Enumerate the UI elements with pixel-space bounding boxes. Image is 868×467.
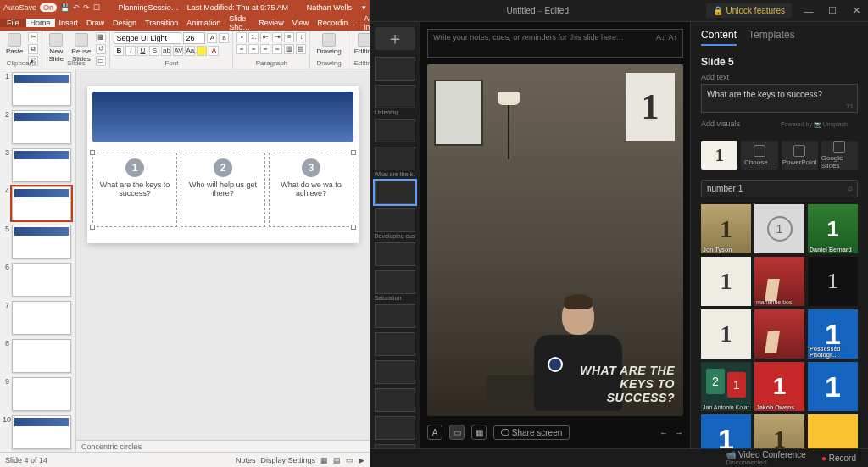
card-2-text[interactable]: Who will help us get there?	[186, 181, 259, 197]
selection-handle[interactable]	[351, 225, 356, 230]
maximize-icon[interactable]: ☐	[821, 5, 844, 16]
drawing-button[interactable]: Drawing	[314, 32, 343, 56]
card-1[interactable]: 1 What are the keys to success?	[92, 153, 177, 227]
tab-file[interactable]: File	[0, 19, 26, 27]
dk-thumb-6[interactable]: Developing custo…	[375, 208, 415, 239]
visual-preview-1[interactable]: 1	[701, 141, 737, 170]
result-tile-9[interactable]: 1Possessed Photogr…	[808, 309, 858, 359]
slide-editor[interactable]: 1 What are the keys to success? 2 Who wi…	[87, 86, 359, 243]
dk-thumb-1[interactable]	[375, 57, 415, 81]
tab-home[interactable]: Home	[26, 19, 55, 27]
layout-icon[interactable]: ▦	[96, 32, 106, 42]
tab-transition[interactable]: Transition	[141, 19, 182, 27]
add-slide-button[interactable]: ＋	[375, 27, 415, 50]
tab-design[interactable]: Design	[108, 19, 141, 27]
spacing-icon[interactable]: AV	[173, 46, 183, 56]
ribbon-opts-icon[interactable]: ▾	[362, 3, 366, 12]
pp-thumb-2[interactable]: 2	[3, 110, 73, 144]
font-name-select[interactable]	[114, 32, 181, 44]
pp-thumb-8[interactable]: 8	[3, 339, 73, 373]
columns-icon[interactable]: ▥	[284, 44, 294, 54]
dk-slide-rail[interactable]: ＋ ListeningWhat are the k…Developing cus…	[370, 22, 420, 448]
underline-icon[interactable]: U	[137, 46, 147, 56]
pp-thumb-1[interactable]: 1	[3, 72, 73, 106]
font-inc-icon[interactable]: A↑	[668, 33, 677, 42]
view-normal-icon[interactable]: ▦	[320, 456, 328, 464]
next-slide-icon[interactable]: →	[675, 428, 683, 437]
minimize-icon[interactable]: —	[797, 6, 821, 16]
search-icon[interactable]: ⌕	[848, 183, 853, 192]
align-center-icon[interactable]: ≡	[248, 44, 259, 54]
result-tile-14[interactable]: 1Marcel Eberle	[754, 414, 804, 448]
result-tile-8[interactable]	[754, 309, 804, 359]
bold-icon[interactable]: B	[114, 46, 124, 56]
undo-icon[interactable]: ↶	[73, 3, 80, 12]
result-tile-12[interactable]: 1	[808, 362, 858, 411]
pp-thumb-9[interactable]: 9	[3, 377, 73, 411]
close-icon[interactable]: ✕	[844, 5, 868, 16]
dk-thumb-8[interactable]: Saturation	[375, 270, 415, 301]
tab-review[interactable]: Review	[254, 19, 288, 27]
align-right-icon[interactable]: ≡	[260, 44, 270, 54]
case-icon[interactable]: Aa	[185, 46, 195, 56]
italic-icon[interactable]: I	[125, 46, 136, 56]
result-tile-11[interactable]: 1Jakob Owens	[754, 362, 804, 411]
video-conference-button[interactable]: 📹 Video Conference Disconnected	[726, 451, 806, 466]
search-input[interactable]	[701, 180, 858, 197]
font-size-select[interactable]	[183, 32, 205, 44]
smartart-icon[interactable]: ▤	[296, 44, 306, 54]
dk-thumb-9[interactable]	[375, 304, 415, 329]
slide-text-input[interactable]: What are the keys to success? 71	[701, 84, 858, 113]
speaker-notes-input[interactable]: Write your notes, cues, or reminders for…	[427, 29, 683, 58]
user-label[interactable]: Nathan Wells	[307, 3, 352, 12]
justify-icon[interactable]: ≡	[272, 44, 282, 54]
copy-icon[interactable]: ⧉	[28, 44, 38, 54]
result-tile-3[interactable]: 1Daniel Bernard	[808, 204, 858, 253]
choose-image-button[interactable]: Choose…	[741, 141, 777, 170]
display-settings[interactable]: Display Settings	[260, 456, 315, 464]
result-tile-2[interactable]: 1	[754, 204, 804, 253]
tab-insert[interactable]: Insert	[55, 19, 83, 27]
tab-animation[interactable]: Animation	[182, 19, 225, 27]
card-1-text[interactable]: What are the keys to success?	[98, 181, 171, 197]
notes-divider[interactable]: Concentric circles	[76, 440, 370, 452]
shadow-icon[interactable]: ab	[161, 46, 171, 56]
result-tile-1[interactable]: 1Jon Tyson	[701, 204, 751, 253]
import-powerpoint-button[interactable]: PowerPoint	[782, 141, 818, 170]
dk-thumb-12[interactable]	[375, 388, 415, 413]
indent-inc-icon[interactable]: ⇥	[272, 32, 282, 42]
card-2[interactable]: 2 Who will help us get there?	[181, 153, 265, 227]
paste-button[interactable]: Paste	[3, 32, 25, 56]
title-brush-shape[interactable]	[92, 92, 353, 142]
redo-icon[interactable]: ↷	[83, 3, 90, 12]
card-3-text[interactable]: What do we wa to achieve?	[275, 181, 348, 197]
selection-handle[interactable]	[351, 150, 356, 155]
share-screen-button[interactable]: 🖵 Share screen	[493, 425, 570, 440]
dk-thumb-10[interactable]	[375, 332, 415, 357]
dk-thumb-5[interactable]	[375, 181, 415, 205]
dk-thumb-11[interactable]	[375, 360, 415, 385]
tab-draw[interactable]: Draw	[82, 19, 108, 27]
shrink-font-icon[interactable]: a	[219, 33, 229, 43]
dk-thumb-7[interactable]	[375, 242, 415, 267]
save-icon[interactable]: 💾	[60, 3, 70, 12]
numbering-icon[interactable]: 1.	[248, 32, 259, 42]
font-dec-icon[interactable]: A↓	[656, 33, 665, 42]
pp-thumb-6[interactable]: 6	[3, 263, 73, 297]
view-slideshow-icon[interactable]: ▶	[359, 456, 364, 464]
result-tile-10[interactable]: 21Jan Antonin Kolar	[701, 362, 751, 411]
autosave-toggle[interactable]: On	[40, 3, 57, 12]
selection-handle[interactable]	[90, 225, 95, 230]
pp-thumb-3[interactable]: 3	[3, 148, 73, 182]
pp-thumb-4[interactable]: 4	[3, 186, 73, 220]
tab-content[interactable]: Content	[701, 29, 737, 46]
pp-canvas[interactable]: 1 What are the keys to success? 2 Who wi…	[76, 69, 370, 452]
strike-icon[interactable]: S	[149, 46, 159, 56]
tab-recording[interactable]: Recordin…	[313, 19, 359, 27]
record-button[interactable]: ● Record	[821, 454, 856, 463]
cursor-mode-icon[interactable]: A	[427, 425, 442, 440]
notes-toggle[interactable]: Notes	[236, 456, 256, 464]
bullets-icon[interactable]: •	[236, 32, 247, 42]
tab-view[interactable]: View	[288, 19, 313, 27]
cut-icon[interactable]: ✂	[28, 32, 38, 42]
